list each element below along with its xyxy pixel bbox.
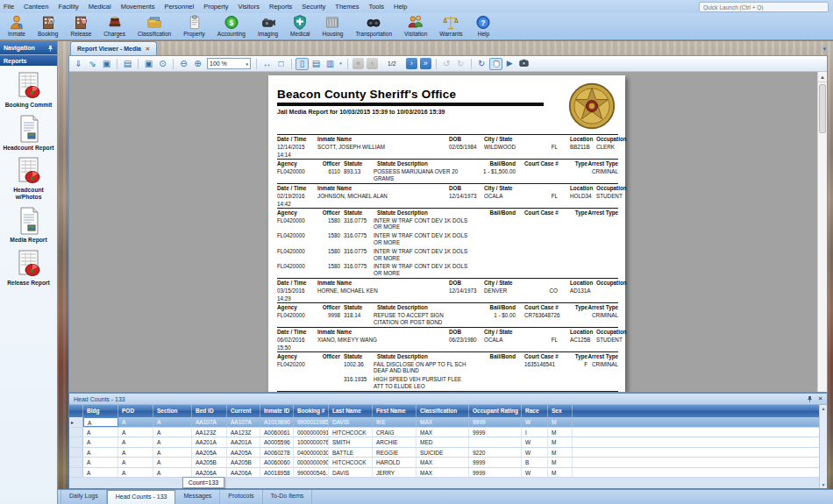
toolbar-item-housing[interactable]: Housing bbox=[317, 13, 350, 37]
column-header[interactable]: POD bbox=[118, 405, 153, 417]
snapshot-icon[interactable] bbox=[517, 58, 530, 70]
toolbar-item-medical[interactable]: Medical bbox=[284, 13, 316, 37]
tab-close-icon[interactable]: × bbox=[146, 46, 150, 53]
column-header[interactable]: Inmate ID bbox=[260, 405, 294, 417]
menu-item[interactable]: Reports bbox=[269, 3, 292, 11]
toolbar-item-visitation[interactable]: Visitation bbox=[398, 13, 433, 37]
sidebar-item-headcount-photos[interactable]: Headcount w/Photos bbox=[0, 157, 57, 200]
menu-item[interactable]: Property bbox=[203, 3, 228, 11]
row-indicator bbox=[69, 437, 83, 447]
toolbar-item-inmate[interactable]: i Inmate bbox=[2, 13, 32, 37]
toolbar-item-warrants[interactable]: Warrants bbox=[433, 13, 468, 37]
table-row[interactable]: AAAAA205BAA205BA00600600000000090HITCHCO… bbox=[69, 458, 827, 468]
menu-item[interactable]: Canteen bbox=[24, 3, 48, 11]
export-settings-icon[interactable]: ⇘ bbox=[86, 58, 99, 70]
find-icon[interactable]: ⊙ bbox=[156, 58, 169, 70]
column-header[interactable]: Classification bbox=[416, 405, 469, 417]
scroll-down-icon[interactable]: ▼ bbox=[822, 481, 826, 488]
pin-icon[interactable] bbox=[47, 45, 53, 52]
scrollbar-thumb[interactable] bbox=[819, 84, 826, 133]
copy-pages-icon[interactable]: ▣ bbox=[100, 58, 113, 70]
column-header[interactable]: Booking # bbox=[294, 405, 329, 417]
table-vertical-scrollbar[interactable]: ▲ ▼ bbox=[819, 405, 827, 488]
menu-item[interactable]: Visitors bbox=[239, 3, 260, 11]
bottom-tab[interactable]: Head Counts - 133 bbox=[107, 490, 176, 504]
hand-tool-icon[interactable] bbox=[489, 58, 502, 70]
scroll-up-icon[interactable]: ▲ bbox=[822, 405, 826, 412]
toolbar-item-charges[interactable]: Charges bbox=[97, 13, 132, 37]
accounting-icon: $ bbox=[223, 14, 240, 31]
sidebar-item-headcount-report[interactable]: Headcount Report bbox=[0, 115, 57, 152]
next-page-icon[interactable]: › bbox=[406, 58, 417, 69]
toolbar-item-release[interactable]: EXIT Release bbox=[65, 13, 98, 37]
toolbar-item-imaging[interactable]: Imaging bbox=[252, 13, 284, 37]
zoom-out-icon[interactable]: ⊖ bbox=[177, 58, 190, 70]
first-page-icon[interactable]: « bbox=[352, 58, 364, 69]
print-icon[interactable]: ▤ bbox=[121, 58, 134, 70]
viewer-vertical-scrollbar[interactable]: ▲ bbox=[817, 72, 827, 392]
bottom-tab[interactable]: Messages bbox=[175, 490, 220, 504]
bottom-tab-strip: Daily LogsHead Counts - 133MessagesProto… bbox=[58, 489, 833, 504]
table-row[interactable]: AAAAA201AAA201AA00055961000000076SMITHAR… bbox=[69, 437, 827, 448]
menu-item[interactable]: Help bbox=[394, 3, 407, 11]
column-header[interactable]: Sex bbox=[548, 405, 573, 417]
previous-page-icon[interactable]: ‹ bbox=[367, 58, 378, 69]
quick-launch-input[interactable] bbox=[699, 2, 829, 12]
column-header[interactable]: Section bbox=[153, 405, 192, 417]
column-header[interactable]: Current bbox=[227, 405, 260, 417]
fit-width-icon[interactable]: ↔ bbox=[260, 58, 274, 70]
close-icon[interactable]: × bbox=[818, 395, 822, 402]
export-icon[interactable]: ⇓ bbox=[72, 58, 85, 70]
chevron-down-icon[interactable]: ▾ bbox=[338, 58, 344, 70]
continue-icon[interactable]: ▶ bbox=[503, 58, 516, 70]
row-indicator bbox=[69, 458, 83, 467]
toolbar-item-help[interactable]: ? Help bbox=[468, 13, 498, 37]
single-page-view-icon[interactable]: ▯ bbox=[295, 58, 309, 70]
menu-item[interactable]: File bbox=[4, 3, 14, 11]
menu-item[interactable]: Facility bbox=[58, 3, 78, 11]
table-row[interactable]: AAAAA205AAA205AA00602780400000030BATTLER… bbox=[69, 448, 827, 458]
column-header[interactable]: Race bbox=[522, 405, 548, 417]
column-header[interactable]: Bed ID bbox=[192, 405, 227, 417]
column-header[interactable]: First Name bbox=[373, 405, 416, 417]
zoom-in-icon[interactable]: ⊕ bbox=[191, 58, 204, 70]
menu-item[interactable]: Personnel bbox=[164, 3, 194, 11]
zoom-level-select[interactable]: 100 % ▾ bbox=[207, 58, 251, 69]
column-header[interactable]: Last Name bbox=[329, 405, 373, 417]
menu-item[interactable]: Themes bbox=[335, 3, 359, 11]
menu-item[interactable]: Security bbox=[302, 3, 325, 11]
sidebar-item-release-report[interactable]: Release Report bbox=[0, 250, 57, 287]
menu-item[interactable]: Tools bbox=[368, 3, 384, 11]
warrants-icon bbox=[442, 14, 459, 31]
column-header[interactable]: Bldg bbox=[83, 405, 118, 417]
rotate-left-icon[interactable]: ↺ bbox=[440, 58, 453, 70]
rotate-right-icon[interactable]: ↻ bbox=[454, 58, 467, 70]
toolbar-item-booking[interactable]: IN Booking bbox=[32, 13, 65, 37]
fit-page-icon[interactable]: □ bbox=[274, 58, 288, 70]
table-row[interactable]: AAAAA107AAA107AA10198909900011985DAVISIK… bbox=[69, 417, 827, 428]
sidebar-item-media-report[interactable]: Media Report bbox=[0, 207, 57, 244]
bottom-tab[interactable]: Daily Logs bbox=[61, 490, 107, 504]
multi-page-view-icon[interactable]: ▥ bbox=[324, 58, 337, 70]
pin-icon[interactable] bbox=[807, 395, 813, 402]
toolbar-item-classification[interactable]: Classification bbox=[132, 13, 177, 37]
menu-item[interactable]: Movements bbox=[121, 3, 155, 11]
bottom-tab[interactable]: Protocols bbox=[220, 490, 262, 504]
tab-overflow-icon[interactable]: ▾ bbox=[822, 46, 826, 53]
viewer-canvas[interactable]: Beacon County Sheriff's Office Jail Medi… bbox=[69, 72, 817, 392]
scroll-up-icon[interactable]: ▲ bbox=[818, 72, 827, 82]
table-row[interactable]: AAAAA123ZAA123ZA00600610000000091HITCHCO… bbox=[69, 428, 827, 438]
toolbar-item-property[interactable]: Property bbox=[177, 13, 211, 37]
refresh-icon[interactable]: ↻ bbox=[475, 58, 488, 70]
copy-icon[interactable]: ▣ bbox=[142, 58, 155, 70]
tab-report-viewer-media[interactable]: Report Viewer - Media × bbox=[70, 41, 157, 55]
sidebar-section-reports[interactable]: Reports bbox=[0, 54, 57, 66]
sidebar-item-booking-commit[interactable]: Booking Commit bbox=[0, 72, 57, 109]
bottom-tab[interactable]: To-Do Items bbox=[263, 490, 313, 504]
column-header[interactable]: Occupant Rating bbox=[469, 405, 522, 417]
continuous-view-icon[interactable]: ▤ bbox=[310, 58, 323, 70]
toolbar-item-transportation[interactable]: Transportation bbox=[349, 13, 398, 37]
menu-item[interactable]: Medical bbox=[89, 3, 111, 11]
last-page-icon[interactable]: » bbox=[420, 58, 431, 69]
toolbar-item-accounting[interactable]: $ Accounting bbox=[211, 13, 252, 37]
